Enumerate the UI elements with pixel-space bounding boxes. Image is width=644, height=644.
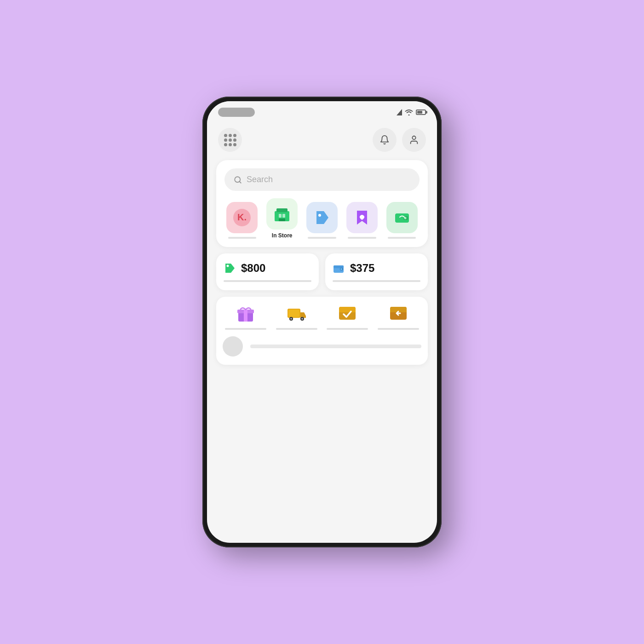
svg-line-3: [239, 181, 241, 183]
money-row: $800 $375: [216, 253, 428, 290]
k-brand-icon: K.: [233, 209, 251, 226]
header-actions: [373, 128, 426, 152]
search-bar[interactable]: Search: [224, 168, 420, 191]
bookmark-icon: [353, 209, 371, 226]
status-icons: [397, 109, 426, 115]
bottom-row: [223, 334, 421, 358]
delivery-bar: [276, 328, 317, 330]
category-item-tag[interactable]: [305, 202, 340, 239]
instore-icon-box: [266, 198, 298, 230]
k-brand-icon-box: K.: [226, 202, 258, 233]
delivery-bar: [327, 328, 368, 330]
search-icon: [234, 176, 242, 184]
return-box-icon: [388, 303, 408, 323]
user-avatar: [223, 336, 243, 356]
tag-icon: [314, 209, 330, 226]
delivery-item-return[interactable]: [375, 303, 422, 330]
money-card-1[interactable]: $800: [216, 253, 319, 290]
svg-rect-10: [279, 218, 285, 221]
bell-icon: [380, 135, 390, 145]
delivery-card: [216, 297, 428, 365]
battery-icon: [416, 109, 426, 115]
search-card: Search K.: [216, 160, 428, 247]
apps-button[interactable]: [218, 128, 242, 152]
tag-icon-box: [306, 202, 338, 233]
svg-rect-7: [276, 208, 288, 212]
wallet-icon-box: [386, 202, 418, 233]
phone-frame: Search K.: [202, 97, 442, 547]
money-icon-1: [224, 262, 236, 275]
delivery-bar: [378, 328, 419, 330]
category-bar: [308, 237, 336, 239]
svg-rect-9: [282, 214, 285, 218]
svg-text:K.: K.: [237, 212, 247, 222]
category-bar: [388, 237, 416, 239]
money-amount-2: $375: [350, 262, 374, 275]
grid-icon: [224, 134, 236, 146]
delivery-item-truck[interactable]: [274, 303, 320, 330]
instore-icon: [273, 205, 291, 223]
checked-box-icon: [337, 303, 357, 323]
svg-point-26: [290, 318, 292, 320]
svg-point-11: [318, 214, 321, 217]
bottom-placeholder-bar: [250, 345, 421, 348]
wifi-icon: [405, 109, 413, 115]
notification-button[interactable]: [373, 128, 397, 152]
svg-point-19: [340, 268, 342, 270]
svg-point-1: [412, 136, 415, 139]
money-card-2[interactable]: $375: [325, 253, 428, 290]
instore-label: In Store: [272, 232, 293, 239]
tag-green-icon: [224, 262, 236, 275]
status-bar: [207, 101, 437, 123]
wallet-blue-icon: [333, 262, 345, 275]
delivery-item-gift[interactable]: [223, 303, 269, 330]
category-item-k[interactable]: K.: [224, 202, 260, 239]
phone-screen: Search K.: [207, 101, 437, 543]
svg-marker-0: [397, 109, 402, 115]
svg-rect-8: [279, 214, 282, 218]
bookmark-icon-box: [346, 202, 378, 233]
search-placeholder: Search: [247, 175, 273, 184]
svg-point-15: [227, 265, 229, 267]
money-bar-1: [224, 280, 311, 282]
signal-icon: [397, 109, 402, 115]
money-icon-2: [333, 262, 345, 275]
money-amount-1: $800: [241, 262, 265, 275]
profile-button[interactable]: [402, 128, 426, 152]
truck-icon: [287, 303, 307, 323]
gift-icon: [236, 303, 256, 323]
svg-rect-31: [339, 310, 356, 312]
svg-point-28: [301, 318, 303, 320]
category-row: K.: [224, 198, 420, 239]
money-bar-2: [333, 280, 420, 282]
category-item-wallet[interactable]: [384, 202, 420, 239]
delivery-item-checkbox[interactable]: [324, 303, 371, 330]
category-bar: [348, 237, 376, 239]
user-icon: [409, 135, 419, 145]
svg-rect-24: [288, 310, 299, 317]
phone-notch: [218, 108, 255, 117]
money-card-2-top: $375: [333, 262, 420, 275]
money-card-1-top: $800: [224, 262, 311, 275]
category-bar: [228, 237, 256, 239]
svg-rect-22: [244, 310, 247, 322]
wallet-icon: [393, 209, 411, 226]
delivery-bar: [225, 328, 266, 330]
delivery-grid: [223, 303, 421, 334]
app-header: [207, 123, 437, 156]
category-item-instore[interactable]: In Store: [264, 198, 300, 239]
category-item-bookmark[interactable]: [344, 202, 380, 239]
main-content: Search K.: [207, 156, 437, 543]
